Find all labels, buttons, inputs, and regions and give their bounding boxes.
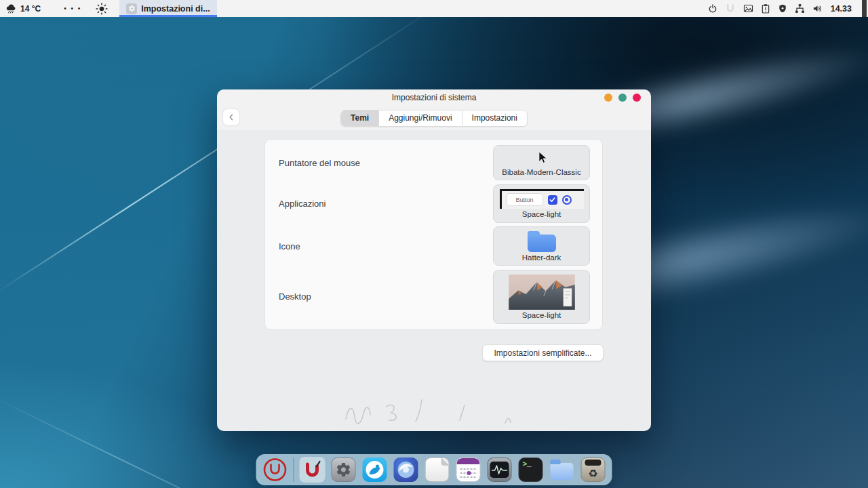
panel-toggle[interactable] <box>862 0 867 17</box>
tab-impostazioni[interactable]: Impostazioni <box>462 110 527 126</box>
preview-radio-icon <box>562 195 572 205</box>
back-button[interactable] <box>223 109 239 125</box>
cursor-theme-name: Bibata-Modern-Classic <box>502 167 580 177</box>
calendar-icon <box>456 458 481 482</box>
window-content: Puntatore del mouse Bibata-Modern-Classi… <box>217 130 651 431</box>
cursor-theme-card[interactable]: Bibata-Modern-Classic <box>493 145 590 180</box>
dock-item-unity-launcher[interactable] <box>262 457 288 483</box>
top-menu-bar: 14 °C • • • Impostazioni di... <box>0 0 868 17</box>
window-controls <box>604 94 641 102</box>
preview-button: Button <box>507 193 543 206</box>
tab-aggiungi-rimuovi[interactable]: Aggiungi/Rimuovi <box>379 110 462 126</box>
simplified-settings-button[interactable]: Impostazioni semplificate... <box>482 344 604 361</box>
image-tray-icon[interactable] <box>743 3 754 14</box>
application-theme-card[interactable]: Button Space-light <box>493 184 590 223</box>
setting-row-desktop: Desktop <box>279 270 590 324</box>
icon-theme-name: Hatter-dark <box>522 252 561 262</box>
setting-label: Puntatore del mouse <box>279 158 360 168</box>
thunderbird-icon <box>394 458 418 482</box>
taskbar-active-window[interactable]: Impostazioni di... <box>119 0 216 17</box>
dock-item-terminal[interactable]: >_ <box>518 457 544 483</box>
folder-icon <box>528 235 556 252</box>
weather-temp: 14 °C <box>20 4 41 14</box>
terminal-icon: >_ <box>519 458 543 482</box>
theme-settings-panel: Puntatore del mouse Bibata-Modern-Classi… <box>264 139 603 330</box>
close-button[interactable] <box>633 94 641 102</box>
u-tray-icon[interactable] <box>724 3 736 15</box>
uget-icon <box>303 460 322 479</box>
dock-item-trash[interactable]: ♻ <box>580 457 606 483</box>
clock[interactable]: 14.33 <box>831 4 852 14</box>
weather-cloud-rain-icon <box>5 3 17 14</box>
trash-icon: ♻ <box>581 458 606 482</box>
settings-window: Impostazioni di sistema Temi Aggiungi/Ri… <box>217 89 651 431</box>
gear-icon <box>336 462 352 478</box>
dock-item-uget[interactable] <box>300 457 326 483</box>
dock-item-text-editor[interactable] <box>425 457 450 483</box>
preview-checkbox-icon <box>548 195 557 205</box>
power-icon[interactable] <box>707 3 718 14</box>
application-theme-name: Space-light <box>522 209 561 219</box>
widget-theme-preview: Button <box>500 189 584 209</box>
system-monitor-icon <box>488 458 512 482</box>
weather-widget[interactable]: 14 °C <box>5 3 41 14</box>
setting-label: Icone <box>279 241 300 251</box>
settings-gear-icon <box>126 3 137 14</box>
window-tabbar: Temi Aggiungi/Rimuovi Impostazioni <box>217 106 651 130</box>
icon-theme-card[interactable]: Hatter-dark <box>493 226 590 266</box>
dock-item-system-monitor[interactable] <box>487 457 513 483</box>
wallpaper-thumbnail <box>507 274 577 310</box>
decorative-doodles <box>217 396 651 431</box>
cursor-arrow-icon <box>535 150 549 165</box>
setting-row-mouse-pointer: Puntatore del mouse Bibata-Modern-Classi… <box>279 145 590 180</box>
brightness-sun-icon <box>95 2 108 16</box>
minimize-button[interactable] <box>604 94 612 102</box>
desktop-theme-card[interactable]: Space-light <box>493 270 590 324</box>
taskbar-window-title: Impostazioni di... <box>141 4 210 14</box>
folder-icon <box>551 463 574 480</box>
setting-row-applications: Applicazioni Button Space-light <box>279 184 590 223</box>
desktop-theme-name: Space-light <box>522 310 561 320</box>
setting-label: Desktop <box>279 291 311 302</box>
dock-item-file-manager[interactable] <box>549 457 575 483</box>
dock-item-thunderbird[interactable] <box>393 457 419 483</box>
chevron-left-icon <box>226 113 236 122</box>
browser-icon <box>363 458 387 482</box>
shield-icon[interactable] <box>777 3 788 14</box>
desktop: 14 °C • • • Impostazioni di... <box>0 0 868 488</box>
dock-item-settings[interactable] <box>331 457 357 483</box>
dock: >_ ♻ <box>256 454 612 485</box>
clipboard-alert-icon[interactable] <box>760 3 771 14</box>
tab-group: Temi Aggiungi/Rimuovi Impostazioni <box>340 110 528 127</box>
window-title: Impostazioni di sistema <box>392 93 477 102</box>
maximize-button[interactable] <box>618 94 627 102</box>
document-icon <box>425 458 450 482</box>
setting-label: Applicazioni <box>279 199 326 209</box>
brightness-button[interactable] <box>95 2 108 16</box>
network-icon[interactable] <box>794 3 806 14</box>
setting-row-icons: Icone Hatter-dark <box>279 226 590 266</box>
dock-item-browser[interactable] <box>362 457 388 483</box>
dock-item-calendar[interactable] <box>456 457 481 483</box>
menu-dots-button[interactable]: • • • <box>64 5 81 12</box>
volume-icon[interactable] <box>812 3 823 14</box>
unity-logo-icon <box>262 457 288 483</box>
dock-separator <box>294 458 294 482</box>
window-titlebar[interactable]: Impostazioni di sistema <box>217 89 651 106</box>
tab-temi[interactable]: Temi <box>341 110 379 126</box>
